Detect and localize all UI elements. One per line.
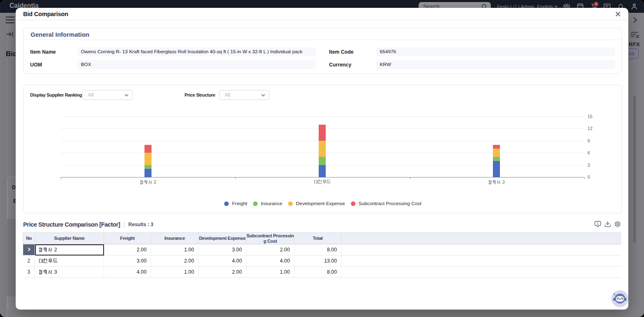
col-filler [341, 233, 621, 244]
sidebar-strip [0, 13, 7, 317]
legend-label: Insurance [261, 201, 282, 206]
table-toolbar [594, 221, 621, 227]
subcontract-cell[interactable]: 4.00 [246, 255, 294, 267]
development-expense-cell[interactable]: 2.00 [199, 267, 246, 278]
col-subcontract-processing-cost[interactable]: Subcontract Processing Cost [246, 233, 294, 244]
freight-cell[interactable]: 4.00 [104, 267, 151, 278]
item-name-label: Item Name [30, 49, 56, 55]
bar-segment[interactable] [493, 149, 500, 157]
background-label-fragment: D [12, 185, 16, 190]
filler-cell [341, 244, 621, 255]
total-cell[interactable]: 8.00 [294, 267, 341, 278]
legend-label: Subcontract Processing Cost [359, 201, 421, 206]
chevron-down-icon[interactable] [554, 5, 558, 8]
bar-segment[interactable] [319, 141, 326, 157]
bar-segment[interactable] [144, 145, 152, 153]
bar-segment[interactable] [319, 165, 326, 177]
section-separator [124, 222, 124, 227]
development-expense-cell[interactable]: 3.00 [199, 244, 246, 255]
legend-dot [224, 201, 229, 206]
currency-value[interactable]: KRW [376, 60, 615, 69]
legend-dot [288, 201, 293, 206]
bar-segment[interactable] [144, 153, 152, 165]
x-axis-label [314, 180, 331, 184]
menu-icon[interactable] [6, 16, 15, 24]
subcontract-cell[interactable]: 1.00 [246, 267, 294, 278]
chatbot-button[interactable] [611, 290, 628, 307]
legend-item[interactable]: Development Expense [288, 201, 345, 206]
bar-segment[interactable] [144, 165, 152, 169]
stacked-bar-chart: 1512963023 [24, 85, 622, 214]
user-icon[interactable] [630, 2, 638, 10]
clear-filter-icon[interactable] [630, 31, 640, 38]
col-supplier-name[interactable]: Supplier Name [35, 233, 104, 244]
background-box-fragment [7, 219, 16, 296]
x-axis-label: 3 [488, 180, 504, 185]
col-development-expense[interactable]: Development Expense [199, 233, 246, 244]
y-axis-tick: 15 [587, 114, 592, 119]
supplier-name-cell[interactable] [35, 255, 104, 267]
section-title: Price Structure Comparison [Factor] [23, 221, 120, 228]
y-axis-tick: 9 [587, 138, 590, 143]
total-cell[interactable]: 13.00 [294, 255, 341, 267]
bar-segment[interactable] [319, 157, 326, 165]
chevron-right-icon [27, 247, 31, 251]
price-structure-table: No Supplier Name Freight Insurance Devel… [23, 232, 621, 278]
y-axis-tick: 0 [587, 175, 590, 180]
chart-card: Display Supplier Ranking All Price Struc… [23, 85, 622, 213]
supplier-name-cell[interactable]: 2 [35, 244, 104, 255]
x-axis-label: 2 [140, 180, 156, 185]
close-icon[interactable] [613, 9, 623, 19]
app-screen: D E Bid Caidentia Search Festo | IT | Ad… [0, 0, 644, 317]
row-selected-indicator[interactable] [23, 244, 35, 255]
development-expense-cell[interactable]: 4.00 [199, 255, 246, 267]
freight-cell[interactable]: 2.00 [104, 244, 151, 255]
col-insurance[interactable]: Insurance [151, 233, 199, 244]
total-cell[interactable]: 8.00 [294, 244, 341, 255]
bar-segment[interactable] [493, 157, 500, 161]
legend-label: Development Expense [296, 201, 345, 206]
modal-title: Bid Comparison [23, 11, 68, 17]
download-icon[interactable] [604, 221, 611, 227]
insurance-cell[interactable]: 1.00 [151, 244, 199, 255]
expand-panel-icon[interactable] [632, 17, 639, 24]
cart-badge: 4 [594, 2, 599, 7]
col-freight[interactable]: Freight [104, 233, 151, 244]
item-name-value[interactable]: Owens Corning R- 13 Kraft faced Fibergla… [77, 47, 316, 56]
bar-segment[interactable] [319, 125, 326, 141]
uom-value[interactable]: BOX [77, 60, 316, 69]
legend-dot [253, 201, 258, 206]
col-total[interactable]: Total [294, 233, 341, 244]
legend-item[interactable]: Insurance [253, 201, 282, 206]
item-code-label: Item Code [329, 49, 353, 55]
general-information-title: General Information [31, 31, 90, 38]
scrollbar-thumb[interactable] [633, 95, 636, 243]
subcontract-cell[interactable]: 2.00 [246, 244, 294, 255]
bar-segment[interactable] [493, 161, 500, 177]
legend-dot [351, 201, 355, 206]
legend-item[interactable]: Subcontract Processing Cost [351, 201, 421, 206]
filler-cell [341, 255, 621, 267]
table-row[interactable]: 2 2.00 1.00 3.00 2.00 8.00 [23, 244, 621, 255]
rfx-label-fragment: RFX [629, 41, 640, 47]
info-tooltip-icon[interactable] [594, 221, 601, 227]
row-number[interactable]: 3 [23, 267, 35, 278]
supplier-name-cell[interactable]: 3 [35, 267, 104, 278]
legend-item[interactable]: Freight [224, 201, 247, 206]
bid-comparison-modal: Bid Comparison General Information Item … [16, 8, 628, 310]
bar-segment[interactable] [493, 145, 500, 149]
y-axis-tick: 12 [587, 126, 592, 131]
item-code-value[interactable]: 654976 [376, 47, 615, 56]
collapse-sidebar-icon[interactable] [6, 31, 14, 38]
table-row[interactable]: 2 3.00 2.00 4.00 4.00 13.00 [23, 255, 621, 267]
card-divider [24, 40, 621, 40]
insurance-cell[interactable]: 2.00 [151, 255, 199, 267]
col-no[interactable]: No [23, 233, 35, 244]
insurance-cell[interactable]: 1.00 [151, 267, 199, 278]
currency-label: Currency [329, 62, 351, 68]
row-number[interactable]: 2 [23, 255, 35, 267]
bar-segment[interactable] [144, 169, 152, 177]
gear-icon[interactable] [614, 221, 621, 227]
table-row[interactable]: 3 3 4.00 1.00 2.00 1.00 8.00 [23, 267, 621, 278]
freight-cell[interactable]: 3.00 [104, 255, 151, 267]
